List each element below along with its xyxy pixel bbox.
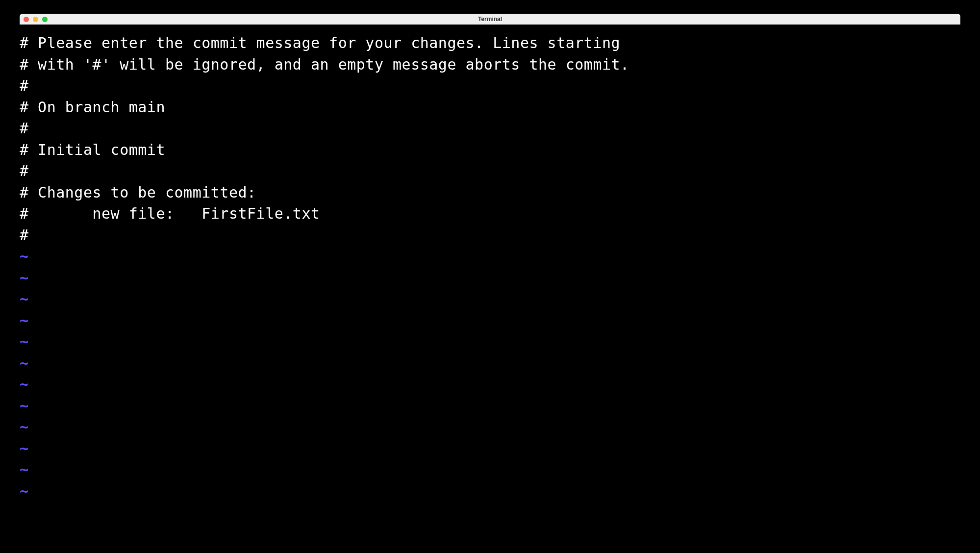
commit-message-line[interactable]: # Please enter the commit message for yo…	[20, 32, 960, 54]
window-title: Terminal	[478, 16, 502, 23]
commit-message-line[interactable]: # On branch main	[20, 97, 960, 118]
close-icon[interactable]	[24, 17, 29, 22]
commit-message-line[interactable]: #	[20, 160, 960, 182]
commit-message-line[interactable]: # Changes to be committed:	[20, 182, 960, 203]
vim-tilde-line: ~	[20, 246, 960, 267]
terminal-body[interactable]: # Please enter the commit message for yo…	[20, 25, 960, 502]
commit-message-line[interactable]: # Initial commit	[20, 139, 960, 161]
commit-message-line[interactable]: # with '#' will be ignored, and an empty…	[20, 54, 960, 75]
vim-tilde-line: ~	[20, 267, 960, 289]
minimize-icon[interactable]	[33, 17, 38, 22]
window-titlebar[interactable]: Terminal	[20, 14, 960, 25]
vim-tilde-line: ~	[20, 480, 960, 502]
vim-tilde-line: ~	[20, 459, 960, 480]
vim-tilde-line: ~	[20, 352, 960, 374]
commit-message-line[interactable]: # new file: FirstFile.txt	[20, 203, 960, 225]
zoom-icon[interactable]	[42, 17, 48, 22]
traffic-lights	[24, 17, 48, 22]
vim-tilde-line: ~	[20, 374, 960, 395]
terminal-window: Terminal # Please enter the commit messa…	[20, 14, 960, 502]
commit-message-line[interactable]: #	[20, 75, 960, 97]
vim-empty-lines: ~~~~~~~~~~~~	[20, 246, 960, 502]
vim-tilde-line: ~	[20, 395, 960, 417]
vim-tilde-line: ~	[20, 438, 960, 459]
vim-tilde-line: ~	[20, 331, 960, 352]
vim-tilde-line: ~	[20, 310, 960, 331]
vim-tilde-line: ~	[20, 416, 960, 438]
commit-message-line[interactable]: #	[20, 118, 960, 139]
commit-message-line[interactable]: #	[20, 225, 960, 246]
vim-tilde-line: ~	[20, 288, 960, 310]
